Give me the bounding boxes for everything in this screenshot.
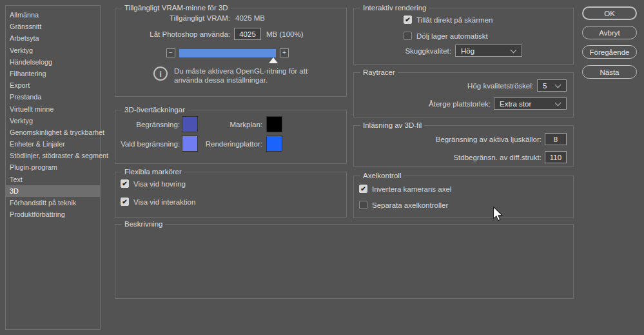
- markers-group-title: Flexibla markörer: [122, 168, 184, 176]
- sidebar-item-virtuellt-minne[interactable]: Virtuellt minne: [6, 103, 100, 115]
- active-lights-label: Begränsning av aktiva ljuskällor:: [359, 136, 542, 143]
- sidebar-item-genomskinlighet-tryckbarhet[interactable]: Genomskinlighet & tryckbarhet: [6, 127, 100, 138]
- sidebar-item-text[interactable]: Text: [6, 174, 100, 185]
- markers-group: Flexibla markörer ✔ Visa vid hovring ✔ V…: [115, 168, 347, 218]
- loading-3d-group-title: Inläsning av 3D-fil: [360, 121, 424, 129]
- vram-group-title: Tillgängligt VRAM-minne för 3D: [122, 4, 231, 12]
- interactive-rendering-group: Interaktiv rendering ✔ Tillåt direkt på …: [353, 4, 574, 65]
- invertera-kamerans-axel-checkbox[interactable]: ✔: [359, 185, 367, 193]
- preferences-dialog: AllmännaGränssnittArbetsytaVerktygHändel…: [0, 0, 644, 335]
- marker-option-row: ✔ Visa vid interaktion: [121, 198, 341, 206]
- overlays-group-title: 3D-övertäckningar: [122, 106, 188, 114]
- sidebar-item-enheter-linjaler[interactable]: Enheter & Linjaler: [6, 138, 100, 150]
- slider-minus-button[interactable]: −: [166, 48, 175, 57]
- overlays-row-1: Begränsning: Markplan:: [121, 116, 341, 132]
- shadow-quality-label: Skuggkvalitet:: [359, 47, 451, 55]
- visa-vid-hovring-label: Visa vid hovring: [133, 180, 186, 188]
- sidebar-item-arbetsyta[interactable]: Arbetsyta: [6, 32, 100, 44]
- renderingplattor-label: Renderingplattor:: [203, 140, 262, 148]
- axis-option-row: ✔ Separata axelkontroller: [359, 201, 568, 209]
- raytracer-group-title: Raytracer: [360, 68, 398, 76]
- next-button[interactable]: Nästa: [582, 65, 637, 79]
- overlays-row-2: Vald begränsning: Renderingplattor:: [121, 136, 341, 152]
- sidebar-item-stödlinjer-stödraster-segment[interactable]: Stödlinjer, stödraster & segment: [6, 150, 100, 161]
- quality-threshold-row: Hög kvalitetströskel: 5: [359, 79, 568, 92]
- vram-use-suffix: MB (100%): [266, 30, 304, 38]
- shadow-quality-dropdown[interactable]: Hög: [455, 45, 522, 57]
- shadow-quality-row: Skuggkvalitet: Hög: [359, 45, 568, 57]
- check-icon: ✔: [360, 185, 366, 192]
- renderingplattor-color-swatch[interactable]: [266, 136, 282, 152]
- mouse-cursor-icon: [493, 207, 503, 221]
- ok-button[interactable]: OK: [582, 6, 637, 20]
- tile-size-value: Extra stor: [500, 100, 555, 108]
- active-lights-input[interactable]: 8: [545, 133, 567, 145]
- vram-info-row: i Du måste aktivera OpenGL-ritning för a…: [121, 66, 341, 85]
- axis-control-group-title: Axelkontroll: [360, 172, 404, 179]
- dolj-lager-checkbox[interactable]: ✔: [404, 32, 412, 40]
- interactive-option-row: ✔ Tillåt direkt på skärmen: [359, 15, 568, 24]
- tile-size-dropdown[interactable]: Extra stor: [494, 97, 567, 110]
- sidebar-item-produktförbättring[interactable]: Produktförbättring: [6, 208, 100, 220]
- markplan-label: Markplan:: [203, 121, 262, 128]
- vram-use-label: Låt Photoshop använda:: [121, 30, 230, 38]
- visa-vid-hovring-checkbox[interactable]: ✔: [121, 179, 129, 188]
- separata-axelkontroller-checkbox[interactable]: ✔: [359, 201, 367, 209]
- vram-use-input[interactable]: 4025: [234, 28, 261, 40]
- active-lights-row: Begränsning av aktiva ljuskällor: 8: [359, 133, 568, 145]
- sidebar-item-plugin-program[interactable]: Plugin-program: [6, 161, 100, 173]
- vram-available-row: Tillgängligt VRAM: 4025 MB: [121, 14, 341, 22]
- raytracer-group: Raytracer Hög kvalitetströskel: 5 Återge…: [353, 68, 574, 117]
- loading-3d-group: Inläsning av 3D-fil Begränsning av aktiv…: [353, 121, 574, 167]
- chevron-down-icon: [555, 101, 561, 107]
- sidebar-item-filhantering[interactable]: Filhantering: [6, 68, 100, 79]
- begransning-color-swatch[interactable]: [182, 116, 198, 132]
- overlays-group: 3D-övertäckningar Begränsning: Markplan:…: [115, 106, 347, 164]
- vram-available-label: Tillgängligt VRAM:: [121, 14, 230, 22]
- tile-size-row: Återge plattstorlek: Extra stor: [359, 97, 568, 110]
- sidebar: AllmännaGränssnittArbetsytaVerktygHändel…: [5, 5, 101, 330]
- sidebar-item-3d[interactable]: 3D: [6, 185, 100, 197]
- sidebar-item-förhandstitt-på-teknik[interactable]: Förhandstitt på teknik: [6, 197, 100, 208]
- tile-size-label: Återge plattstorlek:: [359, 100, 491, 108]
- sidebar-item-verktyg[interactable]: Verktyg: [6, 115, 100, 127]
- quality-threshold-label: Hög kvalitetströskel:: [359, 82, 534, 90]
- sidebar-item-allmänna[interactable]: Allmänna: [6, 9, 100, 21]
- vram-group: Tillgängligt VRAM-minne för 3D Tillgängl…: [115, 4, 347, 97]
- info-text-line1: Du måste aktivera OpenGL-ritning för att: [174, 66, 307, 76]
- begransning-label: Begränsning:: [121, 121, 180, 128]
- info-text-line2: använda dessa inställningar.: [174, 76, 307, 85]
- description-group: Beskrivning: [115, 220, 574, 299]
- sidebar-item-prestanda[interactable]: Prestanda: [6, 91, 100, 103]
- sidebar-item-händelselogg[interactable]: Händelselogg: [6, 56, 100, 68]
- axis-option-row: ✔ Invertera kamerans axel: [359, 185, 568, 193]
- interactive-group-title: Interaktiv rendering: [360, 4, 429, 12]
- separata-axelkontroller-label: Separata axelkontroller: [372, 201, 448, 209]
- sidebar-item-verktyg[interactable]: Verktyg: [6, 45, 100, 56]
- info-text: Du måste aktivera OpenGL-ritning för att…: [174, 66, 307, 85]
- markplan-color-swatch[interactable]: [266, 116, 282, 132]
- interactive-option-row: ✔ Dölj lager automatiskt: [359, 32, 568, 40]
- sidebar-item-gränssnitt[interactable]: Gränssnitt: [6, 21, 100, 32]
- cancel-button[interactable]: Avbryt: [582, 26, 637, 39]
- check-icon: ✔: [405, 16, 410, 23]
- description-group-title: Beskrivning: [122, 220, 165, 228]
- quality-threshold-dropdown[interactable]: 5: [537, 79, 567, 92]
- axis-control-group: Axelkontroll ✔ Invertera kamerans axel ✔…: [353, 172, 574, 218]
- vram-slider[interactable]: [179, 49, 276, 57]
- vram-use-row: Låt Photoshop använda: 4025 MB (100%): [121, 28, 341, 40]
- previous-button[interactable]: Föregående: [582, 45, 637, 59]
- vram-available-value: 4025 MB: [235, 14, 265, 22]
- visa-vid-interaktion-checkbox[interactable]: ✔: [121, 198, 129, 206]
- diffuse-limit-input[interactable]: 110: [545, 151, 567, 163]
- vald-begransning-color-swatch[interactable]: [182, 136, 198, 152]
- slider-thumb[interactable]: [269, 57, 278, 63]
- vald-begransning-label: Vald begränsning:: [121, 140, 180, 148]
- slider-plus-button[interactable]: +: [280, 48, 289, 57]
- shadow-quality-value: Hög: [461, 47, 511, 55]
- sidebar-item-export[interactable]: Export: [6, 79, 100, 91]
- chevron-down-icon: [511, 48, 517, 54]
- invertera-kamerans-axel-label: Invertera kamerans axel: [372, 185, 451, 193]
- tillat-direkt-checkbox[interactable]: ✔: [404, 15, 412, 24]
- check-icon: ✔: [122, 180, 127, 187]
